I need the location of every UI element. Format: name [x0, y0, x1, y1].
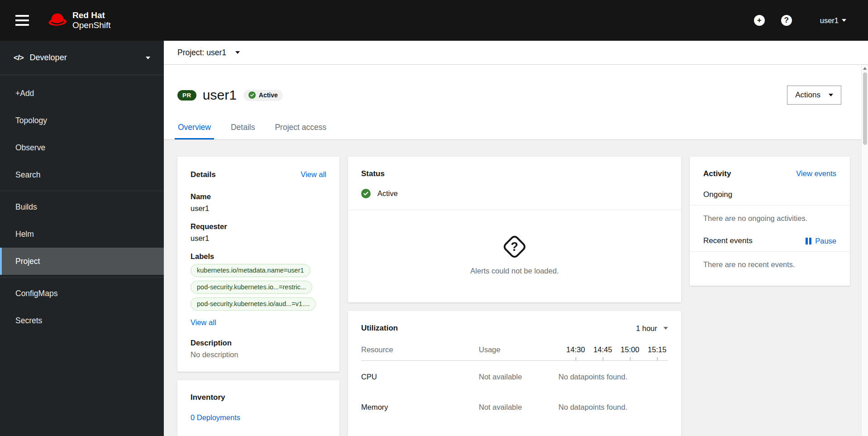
utilization-row-memory: Memory Not available No datapoints found… [348, 395, 681, 425]
sidebar-item-search[interactable]: Search [0, 161, 164, 188]
resource-chart-empty: No datapoints found. [558, 403, 668, 412]
sidebar-item-observe[interactable]: Observe [0, 134, 164, 161]
utilization-row-cpu: CPU Not available No datapoints found. [348, 361, 681, 395]
labels-group: kubernetes.io/metadata.name=user1 pod-se… [191, 264, 326, 327]
field-value-description: No description [191, 350, 326, 359]
time-tick-label: 14:30 [565, 345, 587, 360]
project-status-row: Active [348, 178, 681, 210]
check-circle-icon [361, 189, 371, 198]
brand-line2: OpenShift [72, 20, 111, 30]
check-circle-icon [248, 91, 256, 99]
resource-name: CPU [361, 373, 479, 381]
status-card: Status Active [348, 157, 681, 302]
status-badge-label: Active [259, 91, 278, 99]
alerts-empty-state: ? Alerts could not be loaded. [348, 210, 681, 302]
column-header-resource: Resource [361, 345, 479, 360]
project-status-text: Active [377, 189, 398, 198]
project-selector-label: Project: user1 [177, 48, 226, 57]
sidebar-item-configmaps[interactable]: ConfigMaps [0, 280, 164, 307]
column-header-usage: Usage [479, 345, 558, 360]
labels-view-all-link[interactable]: View all [191, 318, 216, 327]
code-icon: </> [14, 53, 24, 62]
pause-events-button[interactable]: Pause [806, 237, 836, 245]
time-tick-label: 15:15 [646, 345, 668, 360]
alerts-message: Alerts could not be loaded. [470, 267, 558, 275]
overview-dashboard: Details View all Name user1 Requester us… [164, 140, 861, 436]
tab-overview[interactable]: Overview [175, 117, 214, 139]
label-pill[interactable]: pod-security.kubernetes.io...=restric... [191, 281, 312, 294]
sidebar-nav: +Add Topology Observe Search Builds Helm… [0, 75, 164, 334]
recent-events-empty-message: There are no recent events. [690, 252, 850, 280]
main-area: Project: user1 PR user1 Activ [164, 41, 868, 436]
caret-down-icon [146, 57, 150, 59]
time-tick [576, 357, 576, 360]
pause-icon [806, 238, 811, 244]
field-label-labels: Labels [191, 252, 326, 261]
ongoing-empty-message: There are no ongoing activities. [690, 206, 850, 234]
brand-text: Red Hat OpenShift [72, 10, 111, 30]
caret-down-icon [663, 327, 668, 330]
deployments-link[interactable]: 0 Deployments [191, 413, 240, 422]
tab-details[interactable]: Details [228, 117, 258, 139]
project-selector[interactable]: Project: user1 [164, 41, 868, 65]
time-tick [657, 357, 658, 360]
details-view-all-link[interactable]: View all [300, 170, 326, 179]
activity-card-title: Activity [703, 169, 731, 178]
sidebar-item-topology[interactable]: Topology [0, 107, 164, 134]
page-header: PR user1 Active Actions [164, 65, 861, 117]
ongoing-section-header: Ongoing [690, 178, 850, 205]
help-circle-icon: ? [784, 15, 789, 26]
perspective-label: Developer [30, 53, 67, 62]
view-events-link[interactable]: View events [796, 169, 836, 178]
duration-dropdown[interactable]: 1 hour [636, 324, 668, 333]
time-axis: 14:30 14:45 15:00 [558, 345, 668, 360]
resource-usage: Not available [479, 403, 558, 412]
sidebar: </> Developer +Add Topology Observe Sear… [0, 41, 164, 436]
details-card: Details View all Name user1 Requester us… [177, 157, 339, 372]
field-label-description: Description [191, 339, 326, 347]
field-label-name: Name [191, 192, 326, 201]
recent-events-section-header: Recent events Pause [690, 234, 850, 251]
divider [0, 277, 164, 278]
perspective-switcher[interactable]: </> Developer [0, 41, 164, 75]
duration-value: 1 hour [636, 324, 657, 333]
project-badge: PR [177, 90, 196, 101]
help-button[interactable]: ? [781, 15, 792, 26]
quick-create-button[interactable]: + [754, 15, 765, 26]
actions-dropdown[interactable]: Actions [787, 86, 841, 105]
scrollbar-thumb[interactable] [863, 72, 867, 145]
tab-bar: Overview Details Project access [164, 117, 861, 140]
scroll-up-arrow[interactable] [863, 67, 867, 70]
unknown-status-icon: ? [502, 234, 528, 259]
hamburger-menu-icon[interactable] [15, 15, 29, 26]
sidebar-item-helm[interactable]: Helm [0, 220, 164, 248]
sidebar-item-builds[interactable]: Builds [0, 193, 164, 220]
divider [0, 191, 164, 191]
resource-name: Memory [361, 403, 479, 412]
actions-label: Actions [795, 91, 820, 100]
inventory-card: Inventory 0 Deployments [177, 380, 339, 436]
status-badge: Active [243, 90, 283, 101]
masthead-utilities: + ? user1 [754, 15, 846, 26]
label-pill[interactable]: pod-security.kubernetes.io/aud...=v1.... [191, 297, 316, 311]
sidebar-item-project[interactable]: Project [0, 248, 164, 275]
label-pill[interactable]: kubernetes.io/metadata.name=user1 [191, 264, 310, 277]
inventory-card-title: Inventory [191, 393, 225, 402]
user-menu[interactable]: user1 [820, 16, 846, 25]
page-title: user1 [203, 87, 237, 103]
tab-project-access[interactable]: Project access [272, 117, 329, 139]
plus-circle-icon: + [757, 15, 762, 26]
scrollbar[interactable] [861, 65, 868, 436]
masthead: Red Hat OpenShift + ? user1 [0, 0, 868, 41]
page-scroll-region: PR user1 Active Actions [164, 65, 861, 436]
brand-line1: Red Hat [72, 10, 111, 20]
caret-down-icon [235, 51, 240, 54]
sidebar-item-add[interactable]: +Add [0, 80, 164, 107]
brand[interactable]: Red Hat OpenShift [47, 10, 111, 30]
caret-down-icon [842, 19, 846, 22]
utilization-header-row: Resource Usage 14:30 14:45 [361, 345, 668, 361]
sidebar-item-secrets[interactable]: Secrets [0, 307, 164, 334]
details-card-title: Details [191, 170, 216, 179]
redhat-fedora-icon [47, 12, 68, 29]
time-tick [630, 357, 630, 360]
